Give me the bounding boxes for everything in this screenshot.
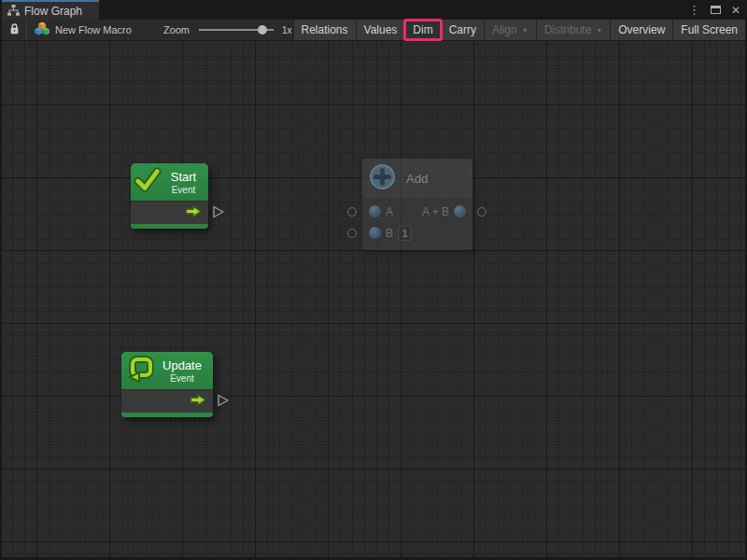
zoom-slider[interactable] — [199, 24, 274, 35]
node-subtitle: Event — [172, 185, 196, 195]
start-event-node[interactable]: Start Event — [131, 163, 208, 229]
zoom-value: 1x — [282, 25, 292, 35]
carry-button[interactable]: Carry — [441, 20, 484, 40]
full-screen-button[interactable]: Full Screen — [672, 20, 745, 40]
port-a-label: A — [386, 205, 393, 218]
flow-output-port[interactable] — [217, 393, 230, 412]
flow-output-port[interactable] — [212, 204, 225, 223]
node-title: Add — [406, 172, 428, 186]
add-node[interactable]: Add A A + B B 1 — [362, 159, 472, 250]
flow-arrow-icon[interactable] — [190, 393, 206, 410]
update-node-body — [121, 389, 213, 413]
chevron-down-icon: ▼ — [522, 27, 529, 34]
start-node-header: Start Event — [131, 163, 208, 201]
update-event-node[interactable]: Update Event — [121, 352, 213, 417]
port-sum-label: A + B — [422, 205, 449, 218]
window-menu-icon[interactable]: ⋮ — [688, 4, 700, 16]
input-port-b[interactable] — [369, 227, 381, 239]
loop-icon — [127, 355, 155, 386]
macro-selector[interactable]: New Flow Macro — [35, 21, 132, 39]
dim-button[interactable]: Dim — [404, 20, 440, 40]
node-title: Update — [162, 358, 202, 372]
zoom-slider-handle[interactable] — [258, 25, 267, 35]
flow-graph-icon — [7, 3, 20, 20]
update-node-header: Update Event — [121, 352, 213, 389]
tab-title: Flow Graph — [24, 5, 82, 18]
flow-macro-icon — [35, 21, 49, 39]
plus-circle-icon — [369, 163, 396, 194]
check-icon — [133, 165, 162, 199]
connection-ring-port[interactable] — [347, 229, 357, 238]
tab-flow-graph[interactable]: Flow Graph — [2, 0, 99, 20]
connection-ring-port[interactable] — [347, 207, 357, 217]
port-b-value-input[interactable]: 1 — [398, 226, 412, 241]
lock-icon — [9, 21, 20, 38]
close-icon[interactable]: ✕ — [731, 5, 740, 16]
flow-arrow-icon[interactable] — [185, 204, 202, 221]
overview-button[interactable]: Overview — [610, 20, 672, 40]
graph-toolbar: New Flow Macro Zoom 1x Relations Values … — [2, 20, 745, 41]
maximize-icon[interactable] — [711, 6, 721, 14]
update-node-footer — [121, 413, 213, 417]
align-dropdown[interactable]: Align ▼ — [484, 20, 536, 40]
connection-ring-port[interactable] — [477, 207, 486, 217]
relations-button[interactable]: Relations — [293, 20, 356, 40]
distribute-dropdown[interactable]: Distribute ▼ — [536, 20, 611, 40]
start-node-footer — [131, 224, 208, 229]
add-node-body: A A + B B 1 — [362, 198, 472, 250]
input-port-a[interactable] — [369, 205, 381, 217]
add-node-header: Add — [362, 159, 472, 198]
zoom-label: Zoom — [163, 24, 190, 35]
macro-name-label: New Flow Macro — [55, 24, 132, 35]
port-b-label: B — [386, 227, 393, 240]
toolbar-button-group: Relations Values Dim Carry Align ▼ Distr… — [293, 20, 745, 40]
start-node-body — [131, 201, 208, 224]
chevron-down-icon: ▼ — [596, 27, 602, 34]
graph-canvas[interactable]: Start Event — [2, 41, 745, 557]
lock-button[interactable] — [2, 20, 27, 40]
node-subtitle: Event — [170, 373, 194, 384]
title-bar: Flow Graph ⋮ ✕ — [0, 0, 747, 20]
values-button[interactable]: Values — [356, 20, 405, 40]
node-title: Start — [171, 170, 196, 184]
output-port-sum[interactable] — [454, 205, 466, 217]
